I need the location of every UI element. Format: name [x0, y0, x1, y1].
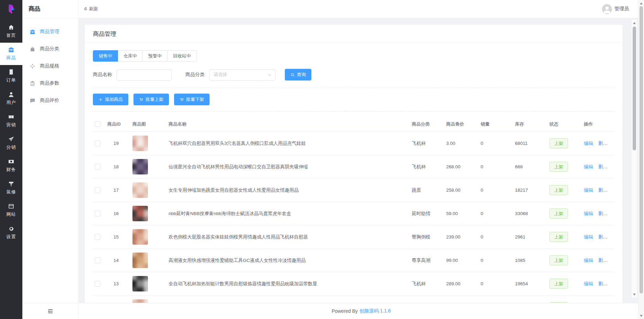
edit-link[interactable]: 编辑 — [584, 188, 593, 193]
row-checkbox[interactable] — [95, 164, 100, 170]
user-silhouette-icon — [602, 4, 612, 14]
sidebar-collapse[interactable] — [22, 303, 78, 319]
product-id: 17 — [107, 188, 132, 193]
product-image-pixels — [132, 136, 148, 151]
status-badge: 上架 — [549, 255, 568, 265]
batch-off-shelf-button[interactable]: 批量下架 — [174, 94, 210, 105]
sub-sidebar: 商品 商品管理商品分类商品规格商品参数商品评价 — [22, 0, 78, 319]
product-name: 欢色倒模大屁股名器实体娃娃倒模男用情趣成人性用品飞机杯自慰器 — [169, 234, 412, 240]
edit-link[interactable]: 编辑 — [584, 281, 593, 286]
product-image[interactable] — [132, 136, 148, 151]
product-id: 13 — [107, 281, 132, 286]
product-image[interactable] — [132, 182, 148, 198]
product-image-pixels — [132, 159, 148, 174]
edit-link[interactable]: 编辑 — [584, 164, 593, 169]
delete-link[interactable]: 删除 — [598, 234, 608, 240]
sidebar-item-goods[interactable]: 商品 — [0, 43, 22, 65]
refresh-button[interactable]: 刷新 — [83, 6, 98, 12]
edit-link[interactable]: 编辑 — [584, 141, 593, 146]
sidebar-item-website[interactable]: 网站 — [0, 199, 22, 222]
filter-bar: 商品名称 商品分类 请选择 — [93, 69, 614, 81]
sidebar-item-settings[interactable]: 设置 — [0, 222, 22, 244]
table-row: 19飞机杯双穴自慰器男用双头3穴名器真人倒模口肛成人用品充气娃娃飞机杯3.000… — [93, 132, 614, 155]
brand-link[interactable]: 创颜源码 1.1.6 — [359, 308, 391, 314]
content: 商品管理 销售中仓库中预警中回收站中 商品名称 商品分类 请选择 — [78, 18, 644, 303]
app-logo[interactable] — [0, 0, 22, 18]
edit-link[interactable]: 编辑 — [584, 234, 593, 240]
status-tabs: 销售中仓库中预警中回收站中 — [93, 50, 197, 62]
submenu-item-goods-category[interactable]: 商品分类 — [22, 40, 78, 57]
sidebar-item-users[interactable]: 用户 — [0, 87, 22, 110]
sidebar-item-marketing[interactable]: 营销 — [0, 110, 22, 132]
delete-link[interactable]: 删除 — [598, 188, 608, 193]
tab-recycle[interactable]: 回收站中 — [167, 50, 197, 62]
product-image[interactable] — [132, 253, 148, 268]
avatar — [602, 4, 612, 14]
product-image-pixels — [132, 253, 148, 268]
search-button[interactable]: 查询 — [285, 69, 311, 81]
product-id: 18 — [107, 164, 132, 169]
table-row: 13全自动飞机杯加热智能计数男用自慰锻炼器情趣性爱用品吮吸加温带数显飞机杯289… — [93, 272, 614, 296]
delete-link[interactable]: 删除 — [598, 281, 608, 286]
sidebar-item-decoration[interactable]: 装修 — [0, 177, 22, 199]
scroll-down-icon[interactable] — [638, 313, 644, 318]
column-header: 商品分类 — [412, 121, 446, 127]
goods-table: 商品ID商品图商品名称商品分类商品售价销量库存状态操作 19飞机杯双穴自慰器男用… — [93, 117, 614, 303]
sidebar-item-distribution[interactable]: 分销 — [0, 132, 22, 155]
cart-icon — [180, 97, 184, 102]
page-scrollbar[interactable] — [638, 0, 644, 319]
edit-link[interactable]: 编辑 — [584, 258, 593, 263]
row-checkbox[interactable] — [95, 187, 100, 193]
spec-icon — [30, 63, 35, 69]
batch-on-shelf-button[interactable]: 批量上架 — [133, 94, 169, 105]
submenu-item-goods-spec[interactable]: 商品规格 — [22, 57, 78, 75]
goods-category-select[interactable]: 请选择 — [209, 69, 276, 81]
add-goods-button[interactable]: 添加商品 — [93, 94, 128, 105]
bag-icon — [30, 46, 35, 52]
admin-menu[interactable]: 管理员 — [602, 4, 629, 14]
scroll-up-icon[interactable] — [632, 20, 637, 25]
column-header: 库存 — [515, 121, 549, 127]
edit-link[interactable]: 编辑 — [584, 211, 593, 216]
goods-name-label: 商品名称 — [93, 72, 112, 78]
plus-icon — [98, 97, 103, 102]
submenu-item-goods-review[interactable]: 商品评价 — [22, 92, 78, 109]
table-row: 14高潮液女用快感增强液性爱辅助工具GC液成人女性性冷淡情趣用品尊享高潮99.0… — [93, 249, 614, 272]
goods-name-input[interactable] — [117, 69, 172, 81]
row-checkbox[interactable] — [95, 257, 100, 263]
delete-link[interactable]: 删除 — [598, 211, 608, 216]
orders-icon — [8, 69, 14, 75]
row-checkbox[interactable] — [95, 211, 100, 216]
delete-link[interactable]: 删除 — [598, 164, 608, 169]
row-checkbox[interactable] — [95, 140, 100, 146]
page-title: 商品管理 — [85, 25, 623, 43]
scroll-up-icon[interactable] — [638, 1, 644, 6]
sidebar-item-home[interactable]: 首页 — [0, 20, 22, 43]
product-image[interactable] — [132, 276, 148, 291]
logo-icon — [6, 3, 17, 15]
sidebar-item-orders[interactable]: 订单 — [0, 65, 22, 87]
tab-on-sale[interactable]: 销售中 — [93, 50, 118, 62]
product-image[interactable] — [132, 229, 148, 245]
submenu-item-goods-params[interactable]: 商品参数 — [22, 75, 78, 92]
product-image[interactable] — [132, 206, 148, 221]
tab-in-warehouse[interactable]: 仓库中 — [118, 50, 143, 62]
content-scrollbar-thumb[interactable] — [633, 26, 636, 150]
row-checkbox[interactable] — [95, 234, 100, 240]
delete-link[interactable]: 删除 — [598, 141, 608, 146]
product-image[interactable] — [132, 159, 148, 174]
select-all-checkbox[interactable] — [95, 121, 100, 127]
delete-link[interactable]: 删除 — [598, 258, 608, 263]
product-category: 飞机杯 — [412, 164, 446, 170]
sidebar-item-finance[interactable]: 财务 — [0, 155, 22, 177]
product-image[interactable] — [132, 299, 148, 303]
content-scrollbar[interactable] — [632, 20, 637, 298]
submenu-item-goods-manage[interactable]: 商品管理 — [22, 23, 78, 40]
row-checkbox[interactable] — [95, 281, 100, 287]
marketing-icon — [8, 114, 14, 120]
page-scrollbar-thumb[interactable] — [640, 6, 643, 294]
column-header: 操作 — [584, 121, 614, 127]
scroll-down-icon[interactable] — [632, 292, 637, 297]
select-placeholder: 请选择 — [214, 72, 227, 78]
tab-warning[interactable]: 预警中 — [142, 50, 168, 62]
